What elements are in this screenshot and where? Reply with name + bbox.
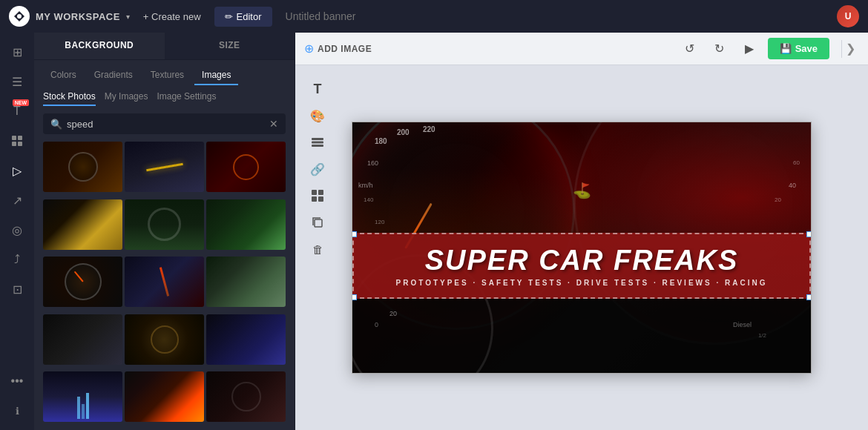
sub-tab-textures[interactable]: Textures bbox=[143, 66, 191, 85]
race-flags-icon: ⛳ bbox=[573, 182, 591, 199]
speed-small-0: 0 bbox=[375, 321, 378, 328]
editor-button[interactable]: ✏ Editor bbox=[214, 7, 272, 27]
tool-icons: T 🎨 🔗 bbox=[306, 77, 329, 261]
image-thumb-4[interactable] bbox=[43, 199, 122, 250]
speed-num-220: 220 bbox=[423, 125, 435, 133]
speed-num-160: 160 bbox=[367, 159, 378, 167]
selection-handle-bl bbox=[352, 294, 357, 300]
image-thumb-13[interactable] bbox=[43, 371, 122, 422]
speed-small-20: 20 bbox=[389, 310, 397, 317]
image-thumb-1[interactable] bbox=[43, 142, 122, 192]
topbar: MY WORKSPACE ▾ + Create new ✏ Editor U bbox=[0, 0, 868, 33]
image-thumb-5[interactable] bbox=[125, 199, 204, 250]
image-thumb-7[interactable] bbox=[43, 257, 122, 307]
banner-canvas[interactable]: 180 200 220 160 km/h 140 120 40 20 60 bbox=[352, 122, 812, 374]
speed-num-60: 60 bbox=[793, 159, 800, 166]
sidebar-item-shapes[interactable] bbox=[4, 128, 30, 154]
play-button[interactable]: ▶ bbox=[738, 38, 760, 60]
redo-button[interactable]: ↻ bbox=[708, 38, 731, 60]
sidebar-item-grid[interactable]: ⊞ bbox=[4, 39, 30, 65]
svg-rect-6 bbox=[312, 142, 323, 144]
search-input[interactable] bbox=[67, 119, 265, 130]
speed-num-40: 40 bbox=[789, 182, 796, 189]
sub-tab-images[interactable]: Images bbox=[194, 66, 238, 85]
canvas-container: 180 200 220 160 km/h 140 120 40 20 60 bbox=[295, 65, 868, 430]
image-thumb-2[interactable] bbox=[125, 142, 204, 192]
tab-size[interactable]: SIZE bbox=[165, 33, 295, 59]
image-thumb-15[interactable] bbox=[206, 371, 286, 422]
sidebar-item-more[interactable]: ••• bbox=[4, 368, 30, 394]
sub-tab-gradients[interactable]: Gradients bbox=[87, 66, 140, 85]
image-thumb-6[interactable] bbox=[206, 199, 286, 250]
tab-background[interactable]: BACKGROUND bbox=[34, 33, 165, 59]
banner-bottom-bar: Diesel 1/2 20 0 bbox=[352, 299, 811, 373]
svg-rect-3 bbox=[12, 142, 16, 146]
text-tool-button[interactable]: T bbox=[306, 77, 329, 101]
canvas-toolbar: ⊕ ADD IMAGE ↺ ↻ ▶ 💾 Save ❯ bbox=[295, 33, 868, 65]
delete-button[interactable]: 🗑 bbox=[306, 237, 329, 261]
selection-handle-tl bbox=[352, 231, 357, 237]
svg-rect-1 bbox=[12, 136, 16, 140]
add-image-button[interactable]: ⊕ ADD IMAGE bbox=[304, 42, 372, 56]
speed-num-200: 200 bbox=[397, 128, 410, 136]
sub-tab-colors[interactable]: Colors bbox=[43, 66, 84, 85]
collapse-right-button[interactable]: ❯ bbox=[841, 40, 859, 58]
svg-point-0 bbox=[17, 14, 22, 19]
left-icon-bar: ⊞ ☰ T NEW ▷ ↗ ◎ ⤴ ⊡ ••• ℹ bbox=[0, 33, 34, 430]
image-thumb-10[interactable] bbox=[43, 314, 122, 365]
selection-handle-br bbox=[806, 294, 812, 300]
new-badge: NEW bbox=[13, 99, 29, 106]
sidebar-item-comments[interactable]: ◎ bbox=[4, 216, 30, 243]
banner-title-input[interactable] bbox=[286, 10, 831, 22]
sidebar-item-info[interactable]: ℹ bbox=[4, 397, 30, 424]
user-avatar[interactable]: U bbox=[837, 5, 859, 27]
image-thumb-3[interactable] bbox=[206, 142, 286, 192]
banner-title-bar[interactable]: SUPER CAR FREAKS PROTOTYPES · SAFETY TES… bbox=[352, 233, 811, 299]
image-thumb-9[interactable] bbox=[206, 257, 286, 307]
color-palette-button[interactable]: 🎨 bbox=[306, 104, 329, 128]
search-box: 🔍 ✕ bbox=[43, 113, 286, 134]
animation-button[interactable] bbox=[306, 184, 329, 208]
image-thumb-11[interactable] bbox=[125, 314, 204, 365]
save-button[interactable]: 💾 Save bbox=[768, 38, 829, 59]
image-grid bbox=[34, 139, 295, 430]
selection-handle-tr bbox=[806, 231, 812, 237]
svg-rect-2 bbox=[18, 136, 22, 140]
image-thumb-14[interactable] bbox=[125, 371, 204, 422]
source-tab-stock[interactable]: Stock Photos bbox=[43, 91, 96, 106]
source-tab-my-images[interactable]: My Images bbox=[105, 91, 148, 106]
workspace-dropdown-arrow[interactable]: ▾ bbox=[126, 13, 130, 21]
sidebar-item-export[interactable]: ⤴ bbox=[4, 246, 30, 273]
sidebar-item-apps[interactable]: ⊡ bbox=[4, 276, 30, 302]
canvas-area: ⊕ ADD IMAGE ↺ ↻ ▶ 💾 Save ❯ T 🎨 bbox=[295, 33, 868, 430]
svg-rect-4 bbox=[18, 142, 22, 146]
sidebar-item-media[interactable]: ▷ bbox=[4, 157, 30, 184]
duplicate-button[interactable] bbox=[306, 211, 329, 234]
app-logo bbox=[9, 6, 30, 27]
workspace-label: MY WORKSPACE bbox=[36, 11, 120, 22]
sidebar-item-links[interactable]: ↗ bbox=[4, 187, 30, 214]
sidebar-item-layers[interactable]: ☰ bbox=[4, 68, 30, 95]
main-content: ⊞ ☰ T NEW ▷ ↗ ◎ ⤴ ⊡ ••• ℹ BACKGROUND SIZ… bbox=[0, 33, 868, 430]
search-icon: 🔍 bbox=[50, 119, 62, 130]
image-thumb-8[interactable] bbox=[125, 257, 204, 307]
link-button[interactable]: 🔗 bbox=[306, 157, 329, 181]
fuel-fraction: 1/2 bbox=[758, 332, 766, 339]
sub-tabs: Colors Gradients Textures Images bbox=[34, 60, 295, 85]
svg-rect-12 bbox=[315, 219, 322, 227]
svg-rect-9 bbox=[318, 190, 323, 195]
speed-num-140: 140 bbox=[364, 196, 373, 203]
image-source-tabs: Stock Photos My Images Image Settings bbox=[34, 85, 295, 109]
banner-subtitle: PROTOTYPES · SAFETY TESTS · DRIVE TESTS … bbox=[369, 279, 795, 287]
undo-button[interactable]: ↺ bbox=[679, 38, 701, 60]
layers-button[interactable] bbox=[306, 130, 329, 154]
source-tab-settings[interactable]: Image Settings bbox=[157, 91, 216, 106]
create-new-button[interactable]: + Create new bbox=[136, 8, 208, 25]
panel-tabs: BACKGROUND SIZE bbox=[34, 33, 295, 60]
sidebar-item-text[interactable]: T NEW bbox=[4, 98, 30, 125]
image-thumb-12[interactable] bbox=[206, 314, 286, 365]
clear-search-button[interactable]: ✕ bbox=[269, 118, 278, 130]
pencil-icon: ✏ bbox=[225, 11, 233, 22]
speed-num-120: 120 bbox=[375, 219, 384, 225]
left-panel: BACKGROUND SIZE Colors Gradients Texture… bbox=[34, 33, 295, 430]
